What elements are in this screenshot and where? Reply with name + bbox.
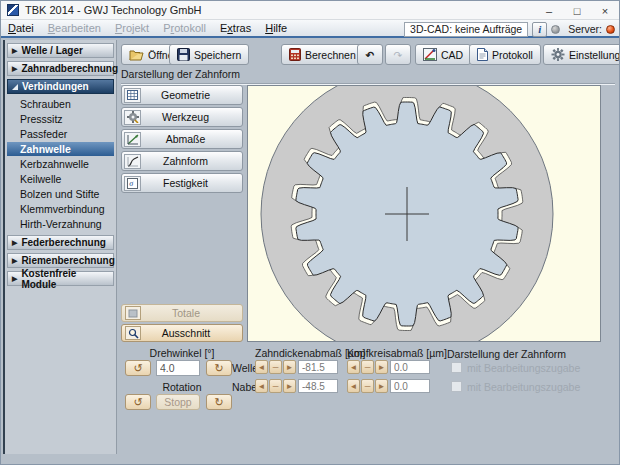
display-options-title: Darstellung der Zahnform xyxy=(447,348,566,360)
sidebar-item-zahnwelle[interactable]: Zahnwelle xyxy=(7,142,114,156)
reset-icon[interactable]: ─ xyxy=(269,360,282,374)
close-button[interactable]: × xyxy=(591,1,619,20)
welle-tip-input[interactable] xyxy=(390,360,430,374)
chevron-right-icon: ▶ xyxy=(12,47,17,55)
sidebar-section-kostenfreie-module[interactable]: ▶ Kostenfreie Module xyxy=(7,271,114,286)
rotation-ccw-button[interactable]: ↺ xyxy=(125,394,151,410)
sidebar-item-kerbzahnwelle[interactable]: Kerbzahnwelle xyxy=(7,157,114,171)
sidebar-section-label: Zahnradberechnung xyxy=(21,63,118,74)
rotate-ccw-button[interactable]: ↺ xyxy=(125,360,151,376)
undo-button[interactable]: ↶ xyxy=(357,44,383,65)
sidebar-item-klemmverbindung[interactable]: Klemmverbindung xyxy=(7,202,114,216)
welle-tooth-input[interactable] xyxy=(298,360,338,374)
decrement-icon[interactable]: ◄ xyxy=(255,360,268,374)
reset-icon[interactable]: ─ xyxy=(269,379,282,393)
info-icon[interactable]: i xyxy=(532,22,547,37)
zahnform-button-label: Zahnform xyxy=(143,155,228,167)
sidebar: ▶ Welle / Lager ▶ Zahnradberechnung Verb… xyxy=(3,40,117,454)
increment-icon[interactable]: ► xyxy=(375,379,388,393)
menu-bearbeiten: Bearbeiten xyxy=(41,20,108,36)
calculate-button[interactable]: Berechnen xyxy=(281,44,364,65)
sidebar-item-hirth-verzahnung[interactable]: Hirth-Verzahnung xyxy=(7,217,114,231)
ausschnitt-button[interactable]: Ausschnitt xyxy=(121,324,243,342)
sidebar-section-label: Riemenberechnung xyxy=(21,255,114,266)
increment-icon[interactable]: ► xyxy=(283,360,296,374)
stopp-button: Stopp xyxy=(156,394,200,410)
sidebar-section-riemenberechnung[interactable]: ▶ Riemenberechnung xyxy=(7,253,114,268)
nabe-tip-input[interactable] xyxy=(390,379,430,393)
sidebar-section-federberechnung[interactable]: ▶ Federberechnung xyxy=(7,235,114,250)
drehwinkel-label: Drehwinkel [°] xyxy=(121,347,243,359)
abmasse-button[interactable]: Abmaße xyxy=(121,129,243,149)
bearbeitungszugabe-checkbox-1 xyxy=(451,362,462,373)
increment-icon[interactable]: ► xyxy=(283,379,296,393)
minimize-button[interactable]: – xyxy=(535,1,563,20)
increment-icon[interactable]: ► xyxy=(375,360,388,374)
gear-drawing xyxy=(248,86,601,342)
festigkeit-sigma-icon: σ xyxy=(124,176,141,191)
chevron-right-icon: ▶ xyxy=(12,239,17,247)
rotation-cw-button[interactable]: ↻ xyxy=(206,394,232,410)
decrement-icon[interactable]: ◄ xyxy=(347,360,360,374)
chevron-right-icon: ▶ xyxy=(12,275,17,283)
save-button[interactable]: Speichern xyxy=(169,44,249,65)
sidebar-item-presssitz[interactable]: Presssitz xyxy=(7,112,114,126)
sidebar-section-label: Welle / Lager xyxy=(21,45,83,56)
angle-input[interactable] xyxy=(156,360,200,376)
abmasse-button-label: Abmaße xyxy=(143,133,228,145)
decrement-icon[interactable]: ◄ xyxy=(255,379,268,393)
gear-icon xyxy=(551,48,565,61)
rotate-cw-button[interactable]: ↻ xyxy=(206,360,232,376)
cad-status-indicator xyxy=(551,25,560,34)
sidebar-section-label: Kostenfreie Module xyxy=(21,268,113,290)
rotate-ccw-icon: ↺ xyxy=(133,362,142,375)
protocol-button[interactable]: Protokoll xyxy=(469,44,541,65)
sidebar-item-passfeder[interactable]: Passfeder xyxy=(7,127,114,141)
maximize-button[interactable]: □ xyxy=(563,1,591,20)
undo-icon: ↶ xyxy=(366,49,375,61)
geometrie-button-label: Geometrie xyxy=(143,89,228,101)
save-button-label: Speichern xyxy=(194,49,241,61)
sidebar-section-verbindungen[interactable]: Verbindungen xyxy=(7,79,114,94)
redo-icon: ↷ xyxy=(394,49,403,61)
zahnform-curve-icon xyxy=(124,154,141,169)
geometrie-grid-icon xyxy=(124,88,141,103)
zahnform-button[interactable]: Zahnform xyxy=(121,151,243,171)
decrement-icon[interactable]: ◄ xyxy=(347,379,360,393)
rotate-ccw-icon: ↺ xyxy=(133,396,142,409)
menu-hilfe[interactable]: Hilfe xyxy=(258,20,294,36)
nabe-tooth-input[interactable] xyxy=(298,379,338,393)
totale-view-icon xyxy=(125,306,141,320)
kopfkreisabmass-header: Kopfkreisabmaß [µm] xyxy=(347,347,447,359)
window-title: TBK 2014 - GWJ Technology GmbH xyxy=(25,4,201,16)
totale-button-label: Totale xyxy=(144,307,228,319)
title-bar: TBK 2014 - GWJ Technology GmbH – □ × xyxy=(1,1,619,20)
settings-button[interactable]: Einstellungen xyxy=(543,44,620,65)
section-title: Darstellung der Zahnform xyxy=(121,68,615,84)
bearbeitungszugabe-label-1: mit Bearbeitungszugabe xyxy=(467,362,580,374)
bearbeitungszugabe-label-2: mit Bearbeitungszugabe xyxy=(467,381,580,393)
main-panel: Öffnen Speichern Berechnen ↶ ↷ CAD Proto… xyxy=(118,40,619,454)
werkzeug-button[interactable]: Werkzeug xyxy=(121,107,243,127)
open-folder-icon xyxy=(129,49,144,61)
sidebar-item-schrauben[interactable]: Schrauben xyxy=(7,97,114,111)
festigkeit-button[interactable]: σ Festigkeit xyxy=(121,173,243,193)
sidebar-section-zahnradberechnung[interactable]: ▶ Zahnradberechnung xyxy=(7,61,114,76)
calculator-icon xyxy=(289,48,301,61)
cad-button[interactable]: CAD xyxy=(415,44,471,65)
server-label: Server: xyxy=(568,23,602,35)
reset-icon[interactable]: ─ xyxy=(361,379,374,393)
geometrie-button[interactable]: Geometrie xyxy=(121,85,243,105)
cad-status-field: 3D-CAD: keine Aufträge xyxy=(404,22,528,37)
stopp-button-label: Stopp xyxy=(164,396,191,408)
sidebar-section-welle-lager[interactable]: ▶ Welle / Lager xyxy=(7,43,114,58)
menu-extras[interactable]: Extras xyxy=(213,20,258,36)
sidebar-item-keilwelle[interactable]: Keilwelle xyxy=(7,172,114,186)
werkzeug-tool-icon xyxy=(124,110,141,125)
app-window: TBK 2014 - GWJ Technology GmbH – □ × Dat… xyxy=(0,0,620,465)
reset-icon[interactable]: ─ xyxy=(361,360,374,374)
sidebar-item-bolzen-und-stifte[interactable]: Bolzen und Stifte xyxy=(7,187,114,201)
tooth-form-canvas[interactable] xyxy=(247,85,601,342)
menu-datei[interactable]: Datei xyxy=(1,20,41,36)
menu-projekt: Projekt xyxy=(108,20,156,36)
